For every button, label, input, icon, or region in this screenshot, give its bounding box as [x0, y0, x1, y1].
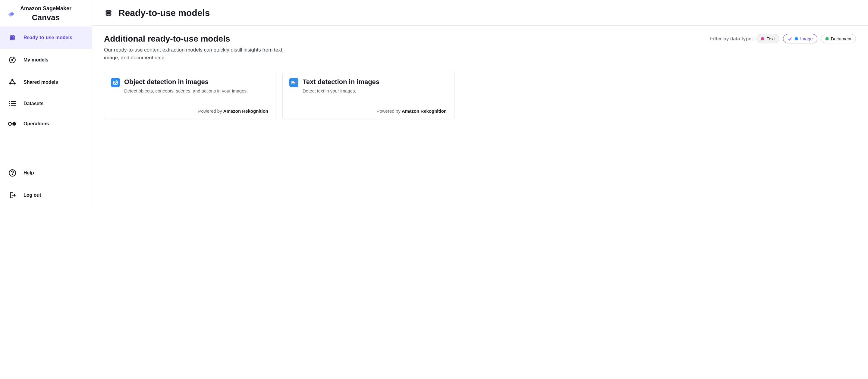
filter-chip-image[interactable]: Image [783, 34, 817, 43]
dot-icon [826, 37, 829, 40]
chip-icon [104, 8, 113, 18]
svg-point-10 [12, 174, 13, 175]
svg-rect-12 [107, 12, 110, 14]
card-title: Object detection in images [124, 78, 248, 86]
page-header: Ready-to-use models [92, 0, 868, 26]
svg-point-6 [13, 83, 16, 85]
filter-chip-document[interactable]: Document [821, 34, 856, 43]
sidebar-item-label: My models [24, 57, 49, 63]
chip-icon [8, 34, 17, 41]
gauge-icon [8, 56, 17, 64]
text-card-icon [289, 78, 299, 87]
svg-rect-1 [11, 37, 13, 39]
dot-icon [795, 37, 798, 40]
sidebar-item-label: Operations [24, 121, 49, 127]
card-powered-by: Powered by Amazon Rekognition [289, 108, 447, 114]
sidebar-item-my-models[interactable]: My models [0, 49, 92, 71]
filter-label: Filter by data type: [710, 36, 753, 41]
image-search-icon [111, 78, 120, 87]
page-title: Ready-to-use models [119, 8, 210, 18]
main: Ready-to-use models Additional ready-to-… [92, 0, 868, 207]
sidebar-item-label: Log out [24, 192, 41, 198]
sidebar-item-label: Datasets [24, 101, 44, 106]
sidebar-item-shared-models[interactable]: Shared models [0, 71, 92, 93]
filter-chip-label: Image [800, 36, 813, 41]
model-card-object-detection[interactable]: Object detection in images Detect object… [104, 72, 276, 119]
svg-point-7 [8, 122, 11, 125]
sidebar-item-label: Help [24, 170, 34, 176]
filter-bar: Filter by data type: Text Image Document [710, 34, 856, 43]
dot-icon [761, 37, 764, 40]
card-description: Detect objects, concepts, scenes, and ac… [124, 88, 248, 93]
help-icon [8, 169, 17, 177]
card-description: Detect text in your images. [303, 88, 379, 93]
svg-point-3 [12, 59, 13, 61]
sidebar-item-label: Shared models [24, 80, 58, 85]
nav: Ready-to-use models My models Shared mod… [0, 27, 92, 134]
filter-chip-label: Document [831, 36, 851, 41]
sidebar-item-logout[interactable]: Log out [0, 184, 92, 207]
operations-icon [8, 121, 17, 127]
section-title: Additional ready-to-use models [104, 34, 297, 44]
list-icon [8, 101, 17, 107]
check-icon [787, 36, 792, 41]
sidebar: Amazon SageMaker Canvas Ready-to-use mod… [0, 0, 92, 207]
svg-point-8 [12, 122, 16, 126]
share-icon [8, 78, 17, 86]
sidebar-item-label: Ready-to-use models [24, 35, 72, 40]
filter-chip-text[interactable]: Text [756, 34, 779, 43]
brand-logo-icon [7, 10, 16, 18]
card-powered-by: Powered by Amazon Rekognition [111, 108, 268, 114]
sidebar-item-help[interactable]: Help [0, 162, 92, 184]
card-title: Text detection in images [303, 78, 379, 86]
section-description: Our ready-to-use content extraction mode… [104, 46, 297, 61]
svg-rect-18 [293, 82, 294, 83]
brand-sub: Canvas [6, 13, 86, 22]
filter-chip-label: Text [767, 36, 775, 41]
sidebar-item-datasets[interactable]: Datasets [0, 93, 92, 114]
sidebar-item-operations[interactable]: Operations [0, 114, 92, 134]
sidebar-item-ready-to-use-models[interactable]: Ready-to-use models [0, 27, 92, 49]
logout-icon [8, 191, 17, 199]
svg-point-5 [9, 83, 11, 85]
model-card-text-detection[interactable]: Text detection in images Detect text in … [282, 72, 455, 119]
brand-title: Amazon SageMaker [6, 5, 86, 12]
